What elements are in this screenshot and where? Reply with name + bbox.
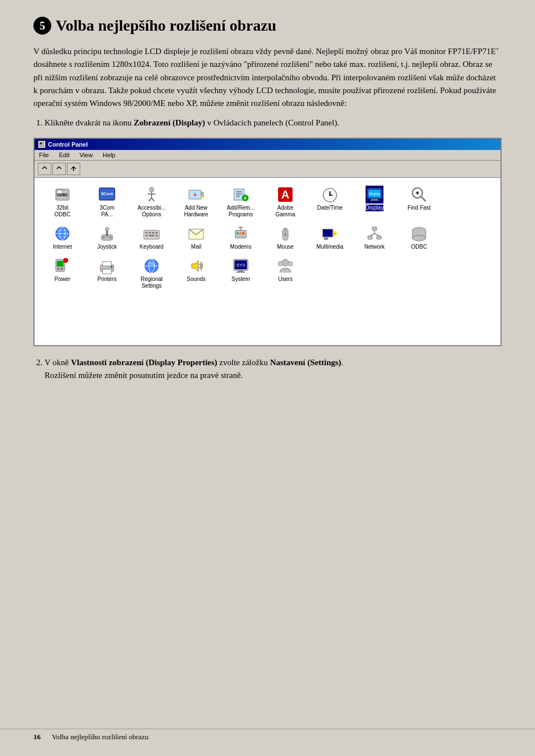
icon-label: Network — [364, 244, 385, 250]
icon-adobe-gamma[interactable]: A AdobeGamma — [263, 182, 308, 221]
svg-line-73 — [374, 234, 379, 236]
step-2-text: V okně Vlastnosti zobrazení (Display Pro… — [45, 358, 343, 380]
network-icon — [366, 225, 383, 243]
icon-add-remove-programs[interactable]: + Add/Rem...Programs — [218, 182, 263, 221]
footer-page-number: 16 — [33, 733, 41, 742]
icon-mail[interactable]: Mail — [174, 221, 218, 254]
datetime-icon — [321, 186, 339, 203]
step-2: V okně Vlastnosti zobrazení (Display Pro… — [45, 356, 502, 382]
icon-32bit-odbc[interactable]: ODBC 32bitODBC — [40, 182, 85, 221]
findfast-icon — [410, 186, 428, 203]
mail-icon — [187, 225, 205, 243]
modems-icon — [232, 225, 250, 243]
svg-rect-30 — [371, 198, 377, 200]
icon-network[interactable]: Network — [352, 221, 397, 254]
icon-label: Accessibi...Options — [138, 205, 166, 218]
step-1: Klikněte dvakrát na ikonu Zobrazení (Dis… — [45, 117, 502, 129]
icon-3com[interactable]: 3Com 3ComPA... — [85, 182, 129, 221]
svg-point-64 — [284, 234, 286, 236]
power-icon — [54, 257, 71, 275]
svg-point-87 — [110, 266, 113, 268]
svg-rect-1 — [40, 143, 42, 144]
icon-accessibility[interactable]: Accessibi...Options — [129, 182, 174, 221]
svg-rect-68 — [372, 227, 377, 230]
window-icon — [38, 140, 46, 148]
icon-printers[interactable]: Printers — [85, 254, 129, 293]
icon-label: 32bitODBC — [55, 205, 71, 218]
menu-view[interactable]: View — [77, 151, 95, 159]
icon-users[interactable]: Users — [263, 254, 308, 293]
icon-label: Date/Time — [317, 205, 343, 211]
icon-power[interactable]: Power — [40, 254, 85, 293]
icon-regional-settings[interactable]: RegionalSettings — [129, 254, 174, 293]
multimedia-icon — [321, 225, 339, 243]
display-icon: Display — [366, 186, 383, 203]
icon-label: Find Fast — [407, 205, 431, 211]
svg-text:Display: Display — [368, 191, 381, 196]
icon-label: Modems — [230, 244, 251, 250]
icon-system[interactable]: SYS System — [218, 254, 263, 293]
toolbar-btn-forward[interactable] — [52, 163, 66, 175]
regional-settings-icon — [143, 257, 160, 275]
svg-rect-19 — [236, 196, 240, 197]
adobe-gamma-icon: A — [276, 186, 294, 203]
svg-rect-49 — [149, 232, 151, 234]
window-toolbar — [35, 161, 500, 178]
window-title: Control Panel — [48, 141, 88, 148]
svg-rect-67 — [324, 238, 328, 240]
icon-findfast[interactable]: Find Fast — [397, 182, 441, 221]
icon-modems[interactable]: Modems — [218, 221, 263, 254]
svg-rect-85 — [103, 261, 111, 266]
icon-multimedia[interactable]: Multimedia — [308, 221, 352, 254]
svg-rect-65 — [323, 229, 333, 237]
svg-rect-18 — [236, 193, 242, 195]
icon-label: System — [231, 276, 250, 283]
icon-sounds[interactable]: Sounds — [174, 254, 218, 293]
svg-rect-50 — [152, 232, 154, 234]
footer-title: Volba nejlepšího rozlišení obrazu — [52, 733, 148, 742]
3com-icon: 3Com — [98, 186, 116, 203]
svg-point-76 — [412, 235, 426, 241]
icon-label: Internet — [53, 244, 72, 250]
icon-datetime[interactable]: Date/Time — [308, 182, 352, 221]
svg-rect-94 — [236, 272, 245, 273]
svg-rect-17 — [236, 191, 242, 192]
icon-label: Printers — [98, 276, 116, 283]
svg-rect-69 — [368, 236, 372, 239]
toolbar-btn[interactable] — [38, 163, 51, 175]
menu-edit[interactable]: Edit — [57, 151, 72, 159]
svg-text:3Com: 3Com — [101, 191, 113, 196]
keyboard-icon — [143, 225, 160, 243]
svg-rect-82 — [61, 268, 63, 270]
svg-rect-81 — [57, 268, 60, 270]
page-footer: 16 Volba nejlepšího rozlišení obrazu — [0, 729, 535, 745]
svg-rect-54 — [155, 235, 158, 236]
icon-add-hardware[interactable]: + Add NewHardware — [174, 182, 218, 221]
menu-file[interactable]: File — [37, 151, 51, 159]
icon-joystick[interactable]: Joystick — [85, 221, 129, 254]
icon-label: Add/Rem...Programs — [227, 205, 255, 218]
icon-odbc2[interactable]: ODBC — [397, 221, 441, 254]
toolbar-btn-up[interactable] — [67, 163, 80, 175]
svg-rect-31 — [371, 200, 379, 201]
svg-text:+: + — [193, 192, 197, 198]
svg-point-44 — [105, 227, 109, 231]
icon-label: ODBC — [411, 244, 427, 250]
users-icon — [276, 257, 294, 275]
menu-help[interactable]: Help — [100, 151, 118, 159]
icon-label: AdobeGamma — [275, 205, 295, 218]
icon-keyboard[interactable]: Keyboard — [129, 221, 174, 254]
icon-mouse[interactable]: Mouse — [263, 221, 308, 254]
icon-internet[interactable]: Internet — [40, 221, 85, 254]
icon-label: Add NewHardware — [184, 205, 208, 218]
icon-display[interactable]: Display Display — [352, 182, 397, 221]
window-titlebar: Control Panel — [35, 139, 500, 150]
svg-point-45 — [103, 236, 105, 239]
window-menubar: File Edit View Help — [35, 150, 500, 161]
svg-rect-48 — [145, 232, 148, 234]
odbc2-icon — [410, 225, 428, 243]
system-icon: SYS — [232, 257, 250, 275]
svg-line-10 — [149, 198, 152, 201]
svg-marker-66 — [333, 230, 338, 237]
32bit-odbc-icon: ODBC — [54, 186, 71, 203]
